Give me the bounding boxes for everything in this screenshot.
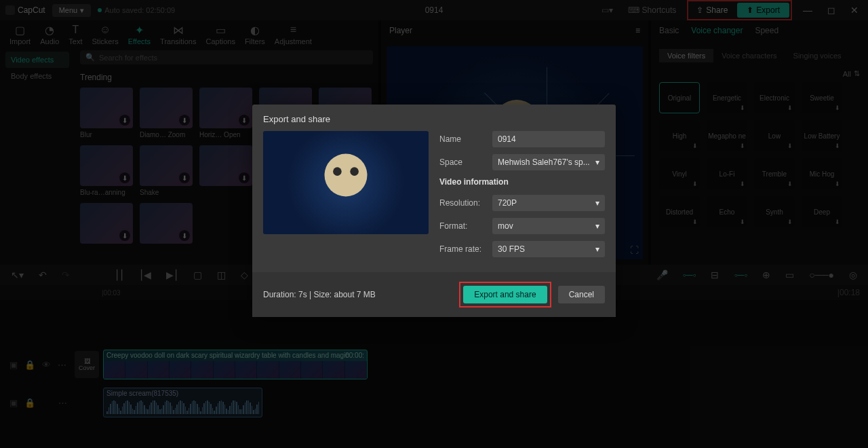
marker-icon[interactable]: ◇: [238, 268, 251, 282]
voice-card[interactable]: Lo-Fi⬇: [707, 158, 747, 189]
effect-card[interactable]: ⬇Horiz… Open: [199, 88, 252, 138]
share-button[interactable]: ⇪ Share: [690, 3, 734, 18]
effect-card[interactable]: ⬇Blu-ra…anning: [80, 145, 133, 196]
download-icon[interactable]: ⬇: [835, 219, 840, 225]
download-icon[interactable]: ⬇: [119, 172, 130, 183]
export-and-share-button[interactable]: Export and share: [463, 286, 547, 303]
download-icon[interactable]: ⬇: [692, 143, 698, 149]
track-visible-icon[interactable]: 👁: [42, 360, 51, 370]
voice-card[interactable]: Sweetie⬇: [802, 82, 842, 113]
maximize-button[interactable]: ◻: [823, 5, 840, 16]
fit-icon[interactable]: ◎: [846, 268, 860, 282]
mic-icon[interactable]: 🎤: [654, 268, 671, 282]
track-lock-icon[interactable]: 🔒: [24, 398, 35, 408]
download-icon[interactable]: ⬇: [787, 143, 793, 149]
layout-button[interactable]: ▭▾: [597, 3, 617, 18]
rtab-basic[interactable]: Basic: [659, 26, 679, 35]
subnav-video-effects[interactable]: Video effects: [5, 52, 69, 68]
subnav-body-effects[interactable]: Body effects: [5, 68, 69, 84]
voice-card[interactable]: Deep⬇: [802, 196, 842, 227]
rtab-speed[interactable]: Speed: [755, 26, 778, 35]
link-icon[interactable]: ⊕: [760, 268, 773, 282]
shortcuts-button[interactable]: ⌨ Shortcuts: [624, 3, 681, 18]
tab-audio[interactable]: ◔Audio: [40, 24, 59, 45]
export-button[interactable]: ⬆ Export: [737, 3, 789, 18]
crop-icon[interactable]: ◫: [214, 268, 229, 282]
voice-card[interactable]: Low⬇: [754, 120, 795, 151]
effect-card[interactable]: ⬇: [199, 145, 252, 196]
tab-captions[interactable]: ▭Captions: [205, 24, 235, 45]
trim-left-icon[interactable]: ⎮◀: [136, 268, 154, 282]
download-icon[interactable]: ⬇: [740, 105, 745, 111]
voice-card[interactable]: Synth⬇: [754, 196, 795, 227]
pointer-tool-icon[interactable]: ↖▾: [8, 268, 26, 282]
effect-card[interactable]: ⬇Blur: [80, 88, 133, 138]
space-select[interactable]: Mehwish Saleh767's sp...▾: [492, 154, 605, 170]
delete-icon[interactable]: ▢: [191, 268, 205, 282]
download-icon[interactable]: ⬇: [835, 181, 840, 187]
search-row[interactable]: 🔍 Search for effects: [80, 50, 373, 64]
voice-filters-tab[interactable]: Voice filters: [659, 49, 713, 62]
voice-card[interactable]: Echo⬇: [707, 196, 747, 227]
magnet-icon[interactable]: ⊟: [708, 268, 722, 282]
player-menu-icon[interactable]: ≡: [635, 26, 640, 35]
voice-card[interactable]: Mic Hog⬇: [802, 158, 842, 189]
all-label[interactable]: All: [843, 70, 851, 78]
format-select[interactable]: mov▾: [492, 218, 605, 234]
track-more-icon[interactable]: ⋯: [58, 398, 67, 408]
voice-card[interactable]: Megapho ne⬇: [707, 120, 747, 151]
cover-button[interactable]: 🖼 Cover: [75, 351, 99, 378]
toggle-a-icon[interactable]: ◦─◦: [680, 268, 699, 282]
effect-card[interactable]: ⬇: [140, 203, 193, 246]
trim-right-icon[interactable]: ▶⎮: [163, 268, 181, 282]
voice-card[interactable]: High⬇: [659, 120, 700, 151]
download-icon[interactable]: ⬇: [787, 219, 793, 225]
tab-effects[interactable]: ✦Effects: [128, 24, 151, 45]
voice-card[interactable]: Low Battery⬇: [802, 120, 842, 151]
download-icon[interactable]: ⬇: [835, 143, 840, 149]
download-icon[interactable]: ⬇: [835, 105, 840, 111]
name-input[interactable]: [492, 131, 605, 147]
effect-card[interactable]: ⬇Diamo… Zoom: [140, 88, 193, 138]
download-icon[interactable]: ⬇: [787, 181, 793, 187]
undo-icon[interactable]: ↶: [36, 268, 50, 282]
download-icon[interactable]: ⬇: [179, 230, 190, 241]
tab-stickers[interactable]: ☺Stickers: [92, 24, 119, 45]
menu-button[interactable]: Menu ▾: [52, 4, 92, 17]
download-icon[interactable]: ⬇: [179, 115, 190, 126]
tab-filters[interactable]: ◐Filters: [245, 24, 265, 45]
effect-card[interactable]: ⬇: [80, 203, 133, 246]
split-icon[interactable]: ⎮⎮: [112, 268, 127, 282]
voice-singing-tab[interactable]: Singing voices: [785, 49, 850, 62]
download-icon[interactable]: ⬇: [179, 172, 190, 183]
video-clip[interactable]: Creepy voodoo doll on dark scary spiritu…: [103, 350, 368, 379]
toggle-b-icon[interactable]: ◦─◦: [731, 268, 750, 282]
track-lock-icon[interactable]: 🔒: [24, 360, 35, 370]
track-more-icon[interactable]: ⋯: [58, 360, 66, 370]
effect-card[interactable]: ⬇Shake: [140, 145, 193, 196]
tab-import[interactable]: ▢Import: [9, 24, 31, 45]
tab-text[interactable]: TText: [68, 24, 82, 45]
audio-clip[interactable]: Simple scream(817535): [103, 388, 262, 417]
tab-adjustment[interactable]: ≡Adjustment: [275, 24, 312, 45]
preview-icon[interactable]: ▭: [783, 268, 797, 282]
framerate-select[interactable]: 30 FPS▾: [492, 241, 605, 257]
track-collapse-icon[interactable]: ▣: [9, 398, 18, 408]
download-icon[interactable]: ⬇: [740, 181, 745, 187]
cancel-button[interactable]: Cancel: [558, 286, 605, 303]
tab-transitions[interactable]: ⋈Transitions: [160, 24, 196, 45]
download-icon[interactable]: ⬇: [692, 219, 698, 225]
download-icon[interactable]: ⬇: [787, 105, 793, 111]
close-button[interactable]: ✕: [846, 5, 863, 16]
redo-icon[interactable]: ↷: [59, 268, 73, 282]
download-icon[interactable]: ⬇: [239, 115, 250, 126]
minimize-button[interactable]: —: [799, 5, 816, 16]
voice-characters-tab[interactable]: Voice characters: [713, 49, 785, 62]
voice-card[interactable]: Electronic⬇: [754, 82, 795, 113]
download-icon[interactable]: ⬇: [119, 115, 130, 126]
voice-card[interactable]: Tremble⬇: [754, 158, 795, 189]
voice-card[interactable]: Distorted⬇: [659, 196, 700, 227]
zoom-slider[interactable]: ○──●: [806, 268, 837, 282]
rtab-voice[interactable]: Voice changer: [691, 26, 743, 35]
download-icon[interactable]: ⬇: [692, 181, 698, 187]
